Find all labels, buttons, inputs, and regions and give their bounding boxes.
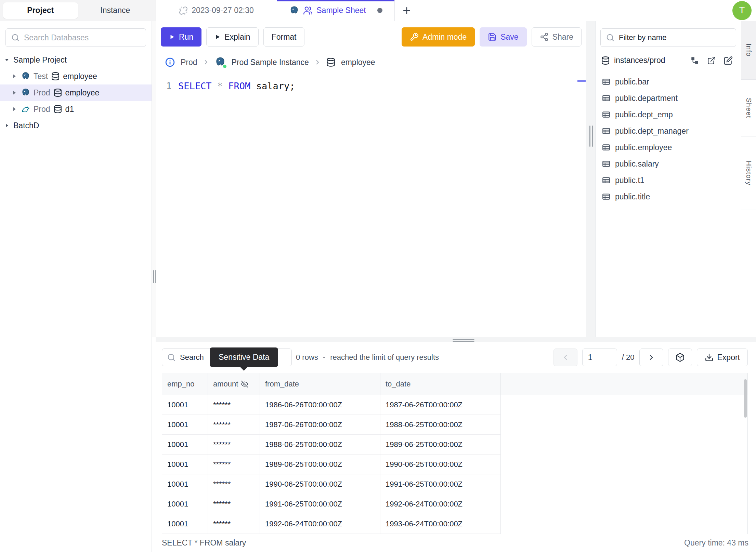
column-header[interactable]: to_date <box>380 373 501 395</box>
table-cell[interactable]: 1988-06-25T00:00:00Z <box>260 435 380 455</box>
tree-item-batchd[interactable]: BatchD <box>0 117 152 134</box>
table-cell[interactable]: ****** <box>208 455 260 474</box>
table-cell[interactable]: 10001 <box>162 415 208 435</box>
sql-statement[interactable]: SELECT * FROM salary; <box>178 81 295 91</box>
search-icon <box>167 353 176 362</box>
table-cell[interactable]: 1992-06-24T00:00:00Z <box>260 514 380 534</box>
tab-project[interactable]: Project <box>3 2 78 19</box>
tab-history[interactable]: History <box>741 136 756 210</box>
next-page-button[interactable] <box>639 349 663 366</box>
table-cell[interactable]: ****** <box>208 494 260 514</box>
column-header[interactable]: from_date <box>260 373 380 395</box>
table-cell[interactable]: 10001 <box>162 395 208 415</box>
table-cell[interactable]: 10001 <box>162 514 208 534</box>
edit-icon[interactable] <box>724 56 733 65</box>
column-header-masked[interactable]: amount <box>208 373 260 395</box>
admin-mode-button[interactable]: Admin mode <box>402 27 475 47</box>
table-cell[interactable]: ****** <box>208 474 260 494</box>
table-list-item[interactable]: public.salary <box>598 156 738 172</box>
eye-off-icon[interactable] <box>241 380 248 388</box>
vertical-scrollbar[interactable] <box>744 379 747 418</box>
table-list-item[interactable]: public.department <box>598 90 738 106</box>
caret-right-icon[interactable] <box>11 73 18 79</box>
tab-sample-sheet[interactable]: Sample Sheet <box>277 0 395 21</box>
schema-diagram-icon[interactable] <box>690 56 699 65</box>
table-cell[interactable]: 1989-06-25T00:00:00Z <box>260 455 380 474</box>
table-cell[interactable]: ****** <box>208 435 260 455</box>
explain-button[interactable]: Explain <box>206 27 258 47</box>
table-cell[interactable]: 1990-06-25T00:00:00Z <box>380 455 501 474</box>
table-cell[interactable]: 1987-06-26T00:00:00Z <box>380 395 501 415</box>
tab-instance[interactable]: Instance <box>78 2 153 19</box>
right-splitter[interactable] <box>586 21 595 337</box>
caret-right-icon[interactable] <box>11 106 18 112</box>
table-cell[interactable]: 10001 <box>162 474 208 494</box>
table-cell[interactable]: 10001 <box>162 494 208 514</box>
table-list-item[interactable]: public.title <box>598 188 738 205</box>
table-row[interactable]: 10001******1988-06-25T00:00:00Z1989-06-2… <box>162 435 747 455</box>
breadcrumb-instance[interactable]: Prod Sample Instance <box>232 58 309 67</box>
tree-item-sample-project[interactable]: Sample Project <box>0 52 152 68</box>
tree-item-prod-d1[interactable]: Prod d1 <box>0 101 152 117</box>
share-button[interactable]: Share <box>532 27 582 47</box>
table-row[interactable]: 10001******1991-06-25T00:00:00Z1992-06-2… <box>162 494 747 514</box>
tab-sheet[interactable]: Sheet <box>741 80 756 136</box>
results-splitter[interactable] <box>156 337 756 342</box>
search-icon <box>606 33 615 42</box>
table-cell[interactable]: 1986-06-26T00:00:00Z <box>260 395 380 415</box>
table-cell[interactable]: 1993-06-24T00:00:00Z <box>380 514 501 534</box>
table-list-item[interactable]: public.employee <box>598 139 738 156</box>
breadcrumb-env[interactable]: Prod <box>181 58 197 67</box>
table-row[interactable]: 10001******1992-06-24T00:00:00Z1993-06-2… <box>162 514 747 534</box>
code-editor[interactable]: 1 SELECT * FROM salary; <box>156 72 595 337</box>
column-header[interactable]: emp_no <box>162 373 208 395</box>
caret-right-icon[interactable] <box>11 90 18 96</box>
project-label: BatchD <box>13 121 39 130</box>
tree-item-prod-employee[interactable]: Prod employee <box>0 84 152 101</box>
new-tab-button[interactable] <box>395 0 419 21</box>
table-row[interactable]: 10001******1990-06-25T00:00:00Z1991-06-2… <box>162 474 747 494</box>
tree-item-test-employee[interactable]: Test employee <box>0 68 152 84</box>
export-button[interactable]: Export <box>697 349 748 366</box>
table-cell[interactable]: 1989-06-25T00:00:00Z <box>380 435 501 455</box>
table-cell[interactable]: 1987-06-26T00:00:00Z <box>260 415 380 435</box>
env-label: Test <box>34 72 48 81</box>
table-cell[interactable]: 1991-06-25T00:00:00Z <box>380 474 501 494</box>
caret-down-icon[interactable] <box>3 57 10 63</box>
caret-right-icon[interactable] <box>3 122 10 129</box>
editor-minimap[interactable] <box>577 72 586 337</box>
format-button[interactable]: Format <box>263 27 305 47</box>
result-options-button[interactable] <box>668 349 692 366</box>
table-list-item[interactable]: public.bar <box>598 74 738 90</box>
breadcrumb-database[interactable]: employee <box>341 58 375 67</box>
table-row[interactable]: 10001******1987-06-26T00:00:00Z1988-06-2… <box>162 415 747 435</box>
info-icon[interactable] <box>165 57 175 67</box>
table-list-item[interactable]: public.t1 <box>598 172 738 188</box>
run-button[interactable]: Run <box>161 27 201 47</box>
table-row[interactable]: 10001******1986-06-26T00:00:00Z1987-06-2… <box>162 395 747 415</box>
avatar[interactable]: T <box>732 1 752 20</box>
sql-token: SELECT <box>178 81 212 91</box>
external-link-icon[interactable] <box>707 56 716 65</box>
table-name: public.dept_emp <box>615 110 673 119</box>
tab-adhoc-sheet[interactable]: 2023-09-27 02:30 <box>156 0 277 21</box>
table-cell[interactable]: 1990-06-25T00:00:00Z <box>260 474 380 494</box>
database-search-input[interactable]: Search Databases <box>5 28 146 47</box>
table-row[interactable]: 10001******1989-06-25T00:00:00Z1990-06-2… <box>162 455 747 474</box>
table-cell[interactable]: 1988-06-25T00:00:00Z <box>380 415 501 435</box>
filter-input[interactable]: Filter by name <box>600 28 736 47</box>
page-input[interactable] <box>582 349 617 366</box>
table-cell[interactable]: 10001 <box>162 435 208 455</box>
table-cell[interactable]: ****** <box>208 514 260 534</box>
prev-page-button[interactable] <box>553 349 577 366</box>
save-button[interactable]: Save <box>480 27 526 47</box>
left-splitter[interactable] <box>152 21 156 337</box>
tab-info[interactable]: Info <box>741 21 756 80</box>
table-cell[interactable]: ****** <box>208 415 260 435</box>
table-list-item[interactable]: public.dept_emp <box>598 106 738 123</box>
table-cell[interactable]: 1992-06-24T00:00:00Z <box>380 494 501 514</box>
table-cell[interactable]: 10001 <box>162 455 208 474</box>
table-list-item[interactable]: public.dept_manager <box>598 123 738 139</box>
table-cell[interactable]: 1991-06-25T00:00:00Z <box>260 494 380 514</box>
table-cell[interactable]: ****** <box>208 395 260 415</box>
